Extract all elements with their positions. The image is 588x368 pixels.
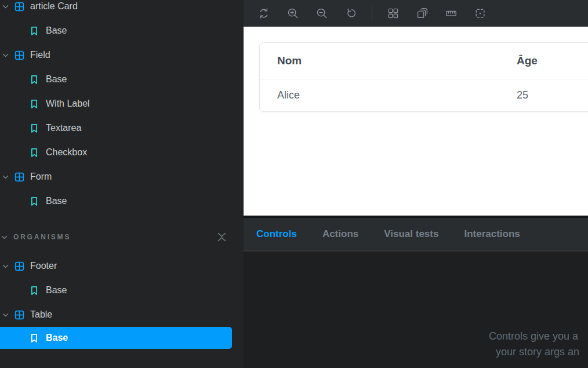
zoom-reset-button[interactable]: [343, 5, 359, 21]
empty-state-line2: your story args an: [496, 344, 579, 360]
tab-label: Interactions: [464, 228, 520, 240]
bookmark-icon: [30, 286, 38, 296]
bookmark-icon: [30, 333, 38, 343]
table-header-age: Âge: [517, 54, 588, 67]
zoom-in-icon: [287, 8, 299, 19]
tab-label: Actions: [322, 228, 358, 240]
zoom-in-button[interactable]: [285, 5, 301, 21]
tab-controls[interactable]: Controls: [244, 218, 310, 250]
bookmark-icon: [30, 99, 38, 109]
table-cell-age: 25: [517, 89, 588, 101]
grid-toggle-button[interactable]: [385, 5, 401, 21]
sidebar-section-organisms[interactable]: ORGANISMS: [0, 225, 244, 249]
component-icon: [14, 50, 24, 60]
outline-icon: [474, 8, 486, 19]
remount-button[interactable]: [256, 5, 272, 21]
sidebar-story-field-textarea[interactable]: Textarea: [0, 116, 244, 140]
sidebar-story-label: Base: [46, 333, 68, 343]
table-row: Alice 25: [260, 79, 588, 111]
sidebar-story-form-base[interactable]: Base: [0, 189, 244, 213]
viewport-icon: [416, 8, 428, 19]
zoom-out-icon: [316, 8, 328, 19]
sidebar-item-label: article Card: [30, 1, 78, 12]
viewport-size-button[interactable]: [414, 5, 430, 21]
collapse-all-button[interactable]: [216, 231, 228, 243]
chevron-down-icon: [2, 313, 9, 317]
sidebar-item-field[interactable]: Field: [0, 43, 244, 67]
chevron-down-icon: [2, 264, 9, 268]
bookmark-icon: [30, 26, 38, 36]
sidebar-story-label: Textarea: [46, 123, 81, 133]
component-icon: [14, 2, 24, 12]
component-icon: [14, 261, 24, 271]
sidebar-item-label: Field: [30, 50, 50, 60]
storybook-app: article Card Base Field Base With Label: [0, 0, 588, 368]
sidebar-story-field-with-label[interactable]: With Label: [0, 92, 244, 116]
chevron-down-icon: [2, 175, 9, 179]
tab-label: Controls: [256, 228, 297, 240]
sidebar-story-article-card-base[interactable]: Base: [0, 19, 244, 43]
measure-icon: [445, 8, 457, 19]
sidebar-item-label: Footer: [30, 261, 57, 271]
sidebar-story-label: Base: [46, 196, 67, 206]
sidebar-story-label: Checkbox: [46, 147, 87, 158]
sidebar-item-table[interactable]: Table: [0, 303, 244, 327]
sidebar-section-label: ORGANISMS: [13, 233, 71, 241]
sidebar-story-footer-base[interactable]: Base: [0, 278, 244, 303]
table-header-row: Nom Âge: [260, 43, 588, 79]
chevron-down-icon: [2, 53, 9, 57]
canvas-toolbar: [244, 0, 588, 27]
tab-interactions[interactable]: Interactions: [451, 218, 532, 250]
controls-empty-state: Controls give you a your story args an: [489, 329, 579, 360]
table-header-nom: Nom: [260, 54, 517, 67]
sidebar-story-table-base-selected[interactable]: Base: [0, 327, 232, 349]
sidebar-story-label: Base: [46, 25, 67, 36]
empty-state-line1: Controls give you a: [489, 329, 579, 344]
remount-icon: [258, 8, 270, 19]
table-cell-name: Alice: [260, 89, 517, 101]
sidebar-item-article-card[interactable]: article Card: [0, 0, 244, 19]
sidebar: article Card Base Field Base With Label: [0, 0, 244, 368]
sidebar-item-label: Table: [30, 309, 52, 320]
sidebar-story-label: Base: [46, 285, 67, 296]
grid-icon: [387, 8, 399, 19]
collapse-icon: [217, 232, 227, 242]
chevron-down-icon: [1, 235, 8, 239]
bookmark-icon: [30, 148, 38, 158]
sidebar-story-field-base[interactable]: Base: [0, 67, 244, 92]
bookmark-icon: [30, 196, 38, 206]
sidebar-story-label: With Label: [46, 99, 90, 109]
story-table-card: Nom Âge Alice 25: [259, 42, 588, 112]
sidebar-item-footer[interactable]: Footer: [0, 254, 244, 278]
component-icon: [14, 172, 24, 182]
sidebar-item-form[interactable]: Form: [0, 165, 244, 189]
sidebar-tree: article Card Base Field Base With Label: [0, 0, 244, 349]
outline-toggle-button[interactable]: [472, 5, 488, 21]
sidebar-story-field-checkbox[interactable]: Checkbox: [0, 140, 244, 165]
tab-actions[interactable]: Actions: [310, 218, 371, 250]
tab-label: Visual tests: [384, 228, 438, 240]
addon-tabbar: Controls Actions Visual tests Interactio…: [244, 218, 588, 250]
zoom-out-button[interactable]: [314, 5, 330, 21]
preview-canvas: Nom Âge Alice 25: [244, 27, 588, 216]
chevron-down-icon: [2, 5, 9, 9]
sidebar-item-label: Form: [30, 172, 52, 182]
tab-visual-tests[interactable]: Visual tests: [371, 218, 451, 250]
zoom-reset-icon: [345, 8, 357, 19]
bookmark-icon: [30, 75, 38, 85]
bookmark-icon: [30, 123, 38, 133]
measure-button[interactable]: [443, 5, 459, 21]
sidebar-story-label: Base: [46, 74, 67, 85]
toolbar-divider: [372, 6, 372, 21]
component-icon: [14, 310, 24, 320]
